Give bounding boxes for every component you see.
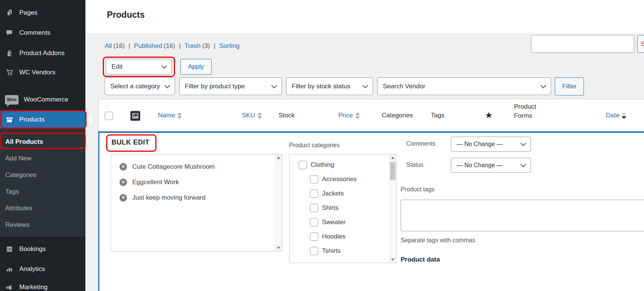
featured-star-icon[interactable]: ★ (485, 110, 493, 120)
sort-icons (257, 112, 262, 119)
sort-icons (355, 112, 360, 119)
remove-product-icon[interactable]: ✕ (119, 163, 127, 171)
sidebar-item-label: Products (19, 116, 45, 123)
category-option-sweater[interactable]: Sweater (310, 218, 345, 226)
analytics-icon (5, 265, 14, 274)
category-checkbox[interactable] (310, 204, 318, 212)
category-checkbox[interactable] (310, 247, 318, 255)
sidebar-item-reviews[interactable]: Reviews (0, 218, 85, 232)
status-select[interactable]: — No Change — (451, 158, 531, 173)
view-separator: | (214, 42, 215, 50)
bookings-icon (5, 245, 14, 254)
category-checkbox[interactable] (310, 232, 318, 241)
column-header-categories: Categories (382, 112, 413, 119)
chevron-down-icon (540, 82, 546, 88)
page-title: Products (107, 10, 145, 20)
product-addons-icon (5, 49, 14, 58)
woocommerce-icon: Woo (5, 95, 19, 104)
sidebar-item-label: Marketing (19, 283, 48, 291)
sort-icons (622, 112, 626, 119)
marketing-icon (5, 283, 14, 291)
category-option-hoodies[interactable]: Hoodies (310, 232, 345, 241)
categories-scrollbar[interactable] (389, 154, 396, 263)
top-bar (85, 0, 644, 33)
bulk-action-select[interactable]: Edit (106, 59, 172, 75)
category-filter-select[interactable]: Select a category (105, 77, 175, 95)
chevron-down-icon (164, 82, 170, 88)
sidebar-item-pages[interactable]: Pages (0, 5, 85, 21)
category-option-jackets[interactable]: Jackets (310, 189, 344, 198)
category-checkbox[interactable] (310, 175, 318, 183)
sidebar-item-marketing[interactable]: Marketing (0, 279, 85, 291)
sidebar-item-categories[interactable]: Categories (0, 168, 85, 182)
vendor-search-select[interactable]: Search Vendor (377, 77, 551, 95)
product-type-filter-select[interactable]: Filter by product type (179, 77, 282, 95)
column-header-price[interactable]: Price (338, 112, 360, 119)
filter-button[interactable]: Filter (555, 77, 584, 95)
category-checkbox[interactable] (310, 189, 318, 198)
product-categories-box: Clothing Accessories Jackets Shirts Swea… (289, 154, 396, 263)
view-links: All(16) | Published(16) | Trash(3) | Sor… (105, 42, 241, 50)
remove-product-icon[interactable]: ✕ (119, 194, 127, 202)
column-header-sku[interactable]: SKU (242, 112, 262, 119)
search-products-button-partial[interactable]: S (637, 35, 644, 53)
sidebar-item-tags[interactable]: Tags (0, 185, 85, 199)
comments-icon (5, 28, 14, 37)
category-option-clothing[interactable]: Clothing (299, 161, 334, 169)
scroll-up-icon[interactable] (390, 154, 396, 161)
chevron-down-icon (362, 82, 368, 88)
selected-product-item[interactable]: ✕ Cute Cottagecore Mushroom (111, 159, 282, 174)
sidebar-item-products[interactable]: Products (0, 111, 85, 128)
select-all-checkbox[interactable] (105, 112, 113, 120)
column-header-product-forms: Product Forms (514, 102, 547, 120)
sidebar-item-woocommerce[interactable]: Woo WooCommerce (0, 92, 85, 108)
category-option-shirts[interactable]: Shirts (310, 204, 338, 212)
view-link-published[interactable]: Published(16) (134, 42, 175, 50)
category-option-tshirts[interactable]: Tshirts (310, 247, 341, 255)
view-separator: | (128, 42, 130, 50)
sidebar-item-label: WC Vendors (19, 69, 55, 76)
category-option-accessories[interactable]: Accessories (310, 175, 357, 183)
image-column-icon (130, 111, 140, 121)
scroll-up-icon[interactable] (276, 154, 282, 161)
column-header-date[interactable]: Date (606, 112, 626, 119)
sidebar-item-comments[interactable]: Comments (0, 25, 85, 41)
sidebar-item-label: Comments (19, 29, 50, 37)
pages-icon (5, 8, 14, 17)
chevron-down-icon (520, 140, 526, 146)
product-tags-input[interactable] (401, 200, 644, 231)
sidebar-item-product-addons[interactable]: Product Addons (0, 45, 85, 61)
chevron-down-icon (520, 162, 526, 168)
sidebar-item-bookings[interactable]: Bookings (0, 241, 85, 257)
view-link-trash[interactable]: Trash(3) (184, 42, 210, 50)
screen: Pages Comments Product Addons (0, 0, 644, 291)
scroll-down-icon[interactable] (390, 256, 396, 263)
view-separator: | (179, 42, 180, 50)
sidebar-item-all-products[interactable]: All Products (0, 135, 85, 149)
sidebar-item-label: WooCommerce (24, 96, 68, 103)
stock-status-filter-select[interactable]: Filter by stock status (286, 77, 373, 95)
products-list-scrollbar[interactable] (275, 154, 282, 251)
sidebar-item-wc-vendors[interactable]: WC Vendors (0, 65, 85, 80)
selected-product-item[interactable]: ✕ Just keep moving forward (111, 190, 282, 205)
column-header-name[interactable]: Name (158, 112, 182, 119)
selected-product-item[interactable]: ✕ Eggcellent Work (111, 174, 282, 190)
scroll-down-icon[interactable] (276, 245, 282, 251)
scrollbar-thumb[interactable] (390, 162, 395, 180)
category-checkbox[interactable] (299, 161, 307, 169)
comments-select[interactable]: — No Change — (451, 137, 531, 152)
product-tags-label: Product tags (401, 186, 435, 193)
admin-sidebar: Pages Comments Product Addons (0, 0, 85, 291)
remove-product-icon[interactable]: ✕ (119, 179, 127, 186)
category-checkbox[interactable] (310, 218, 318, 226)
view-link-sorting[interactable]: Sorting (219, 42, 241, 50)
sidebar-item-label: Bookings (19, 245, 46, 253)
sidebar-item-add-new[interactable]: Add New (0, 151, 85, 166)
search-products-input[interactable] (531, 35, 634, 53)
wc-vendors-icon (5, 68, 14, 77)
view-link-all[interactable]: All(16) (105, 42, 125, 50)
product-categories-label: Product categories (289, 142, 339, 149)
sidebar-item-analytics[interactable]: Analytics (0, 261, 85, 277)
sidebar-item-attributes[interactable]: Attributes (0, 201, 85, 216)
apply-button[interactable]: Apply (180, 59, 212, 75)
